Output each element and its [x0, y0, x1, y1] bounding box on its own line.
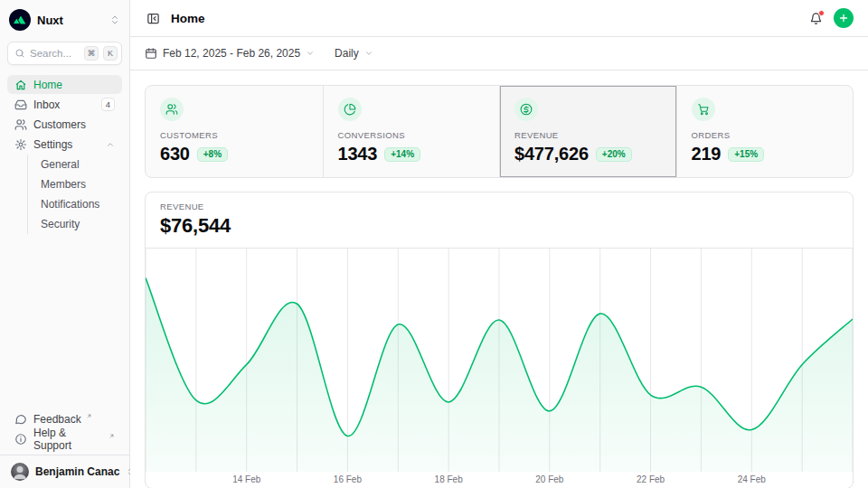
main-area: Home Feb 12, 2025 - Feb 26, 2025	[130, 0, 868, 488]
stats-strip: CUSTOMERS 630 +8% CONVERSIONS 1343 +14%	[145, 85, 854, 178]
cart-icon	[692, 98, 715, 121]
users-icon	[14, 118, 27, 131]
foot-item-label: Feedback	[33, 413, 81, 426]
granularity-select[interactable]: Daily	[335, 47, 373, 60]
kbd-cmd: ⌘	[84, 46, 99, 61]
calendar-icon	[145, 47, 157, 60]
gear-icon	[14, 138, 27, 151]
notifications-button[interactable]	[807, 10, 825, 27]
workspace-selector[interactable]: Nuxt	[7, 7, 122, 33]
settings-submenu: General Members Notifications Security	[27, 155, 122, 234]
chart-label: REVENUE	[160, 202, 838, 211]
circle-dollar-icon	[514, 98, 538, 121]
delta-badge: +20%	[596, 147, 632, 162]
stat-card-revenue[interactable]: REVENUE $477,626 +20%	[499, 86, 676, 177]
collapse-sidebar-button[interactable]	[145, 10, 162, 27]
delta-badge: +8%	[197, 147, 228, 162]
date-range-picker[interactable]: Feb 12, 2025 - Feb 26, 2025	[145, 47, 315, 60]
stat-value: 219	[692, 144, 722, 164]
inbox-count-badge: 4	[101, 98, 115, 111]
avatar	[11, 463, 29, 481]
sidebar-nav: Home Inbox 4 Customers Settings	[7, 75, 122, 234]
search-field[interactable]	[30, 48, 80, 59]
page-title: Home	[171, 12, 205, 25]
x-axis-label: 22 Feb	[637, 474, 665, 484]
chevron-down-icon	[306, 49, 315, 58]
sidebar-item-inbox[interactable]: Inbox 4	[7, 95, 122, 114]
foot-item-label: Help & Support	[33, 427, 104, 452]
search-icon	[14, 48, 25, 59]
sidebar-item-label: Settings	[33, 138, 72, 151]
x-axis-label: 20 Feb	[535, 474, 563, 484]
page-header: Home	[130, 0, 868, 37]
granularity-label: Daily	[335, 47, 359, 60]
sub-item-label: Security	[41, 218, 80, 230]
sub-item-label: Notifications	[41, 198, 99, 211]
chevron-down-icon	[364, 49, 373, 58]
home-icon	[14, 79, 27, 91]
info-circle-icon	[14, 433, 27, 446]
sidebar-item-label: Inbox	[33, 99, 60, 111]
stat-label: CONVERSIONS	[338, 130, 486, 140]
sub-item-label: Members	[41, 178, 86, 191]
sidebar: Nuxt ⌘ K Home Inbox 4	[0, 0, 130, 488]
panel-left-close-icon	[146, 12, 160, 25]
x-axis-label: 24 Feb	[738, 474, 766, 484]
chart-header: REVENUE $76,544	[146, 192, 853, 248]
plus-icon	[838, 13, 849, 23]
stat-label: ORDERS	[692, 130, 839, 140]
x-axis-label: 18 Feb	[435, 474, 463, 484]
create-button[interactable]	[834, 8, 854, 28]
stat-label: CUSTOMERS	[160, 130, 308, 140]
x-axis: 14 Feb16 Feb18 Feb20 Feb22 Feb24 Feb	[146, 472, 853, 488]
chevron-up-down-icon	[109, 14, 120, 25]
notification-dot	[818, 10, 825, 16]
revenue-chart[interactable]	[146, 249, 853, 472]
stat-card-orders[interactable]: ORDERS 219 +15%	[676, 86, 854, 177]
stat-card-conversions[interactable]: CONVERSIONS 1343 +14%	[323, 86, 500, 177]
nuxt-logo-icon	[9, 9, 31, 31]
stat-value: 630	[160, 144, 190, 164]
chevron-up-icon	[106, 140, 115, 149]
kbd-k: K	[103, 46, 118, 61]
date-range-label: Feb 12, 2025 - Feb 26, 2025	[163, 47, 300, 60]
chart-plot-area	[146, 249, 853, 472]
delta-badge: +15%	[728, 147, 764, 162]
stat-value: 1343	[338, 144, 378, 164]
toolbar: Feb 12, 2025 - Feb 26, 2025 Daily	[130, 37, 868, 70]
sidebar-item-security[interactable]: Security	[37, 214, 122, 234]
user-name: Benjamin Canac	[35, 465, 119, 478]
sidebar-item-help-support[interactable]: Help & Support	[7, 429, 122, 448]
sidebar-spacer	[7, 234, 122, 409]
workspace-name: Nuxt	[37, 14, 63, 27]
sidebar-item-members[interactable]: Members	[37, 174, 122, 194]
sidebar-item-notifications[interactable]: Notifications	[37, 194, 122, 214]
sidebar-item-customers[interactable]: Customers	[7, 115, 122, 134]
sidebar-item-settings[interactable]: Settings	[7, 135, 122, 154]
sidebar-item-home[interactable]: Home	[7, 75, 122, 94]
sidebar-item-label: Home	[33, 79, 62, 91]
stat-label: REVENUE	[514, 130, 662, 140]
search-input[interactable]: ⌘ K	[7, 42, 122, 65]
content: CUSTOMERS 630 +8% CONVERSIONS 1343 +14%	[130, 70, 868, 488]
chart-value: $76,544	[160, 214, 838, 238]
pie-chart-icon	[338, 98, 362, 121]
header-actions	[807, 8, 854, 28]
users-icon	[160, 98, 184, 121]
sidebar-item-label: Customers	[33, 118, 86, 131]
sub-item-label: General	[41, 158, 80, 171]
message-circle-icon	[14, 413, 27, 426]
delta-badge: +14%	[384, 147, 420, 162]
revenue-chart-panel: REVENUE $76,544 14 Feb16 Feb18 Feb20 Feb…	[145, 192, 854, 488]
stat-card-customers[interactable]: CUSTOMERS 630 +8%	[146, 86, 323, 177]
x-axis-label: 16 Feb	[334, 474, 362, 484]
user-menu[interactable]: Benjamin Canac	[7, 455, 122, 481]
external-link-icon	[86, 413, 92, 419]
stat-value: $477,626	[514, 144, 589, 164]
x-axis-label: 14 Feb	[232, 474, 260, 484]
inbox-icon	[14, 99, 27, 111]
sidebar-item-general[interactable]: General	[37, 155, 122, 174]
external-link-icon	[108, 433, 115, 439]
